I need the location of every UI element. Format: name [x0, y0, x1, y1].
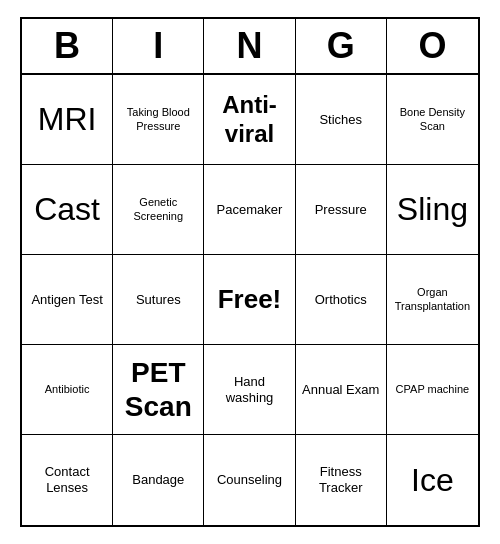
- header-letter: O: [387, 19, 478, 73]
- bingo-cell: Annual Exam: [296, 345, 387, 435]
- bingo-grid: MRITaking Blood PressureAnti-viralStiche…: [22, 75, 478, 525]
- cell-text: Annual Exam: [302, 382, 379, 398]
- bingo-cell: Pacemaker: [204, 165, 295, 255]
- bingo-header: BINGO: [22, 19, 478, 75]
- cell-text: Orthotics: [315, 292, 367, 308]
- header-letter: N: [204, 19, 295, 73]
- cell-text: Sling: [397, 190, 468, 228]
- cell-text: Pacemaker: [217, 202, 283, 218]
- bingo-cell: Genetic Screening: [113, 165, 204, 255]
- bingo-cell: Cast: [22, 165, 113, 255]
- cell-text: Counseling: [217, 472, 282, 488]
- cell-text: PET Scan: [119, 356, 197, 423]
- cell-text: Pressure: [315, 202, 367, 218]
- cell-text: Antibiotic: [45, 383, 90, 396]
- cell-text: Stiches: [319, 112, 362, 128]
- bingo-cell: Stiches: [296, 75, 387, 165]
- header-letter: G: [296, 19, 387, 73]
- cell-text: Hand washing: [210, 374, 288, 405]
- bingo-cell: Pressure: [296, 165, 387, 255]
- cell-text: Organ Transplantation: [393, 286, 472, 312]
- bingo-cell: MRI: [22, 75, 113, 165]
- bingo-cell: PET Scan: [113, 345, 204, 435]
- bingo-cell: Fitness Tracker: [296, 435, 387, 525]
- bingo-cell: Anti-viral: [204, 75, 295, 165]
- bingo-cell: Taking Blood Pressure: [113, 75, 204, 165]
- bingo-cell: Bone Density Scan: [387, 75, 478, 165]
- bingo-cell: Sling: [387, 165, 478, 255]
- cell-text: Bandage: [132, 472, 184, 488]
- cell-text: Ice: [411, 461, 454, 499]
- bingo-cell: Ice: [387, 435, 478, 525]
- bingo-cell: Hand washing: [204, 345, 295, 435]
- bingo-cell: Sutures: [113, 255, 204, 345]
- cell-text: Contact Lenses: [28, 464, 106, 495]
- cell-text: CPAP machine: [396, 383, 470, 396]
- bingo-cell: Antibiotic: [22, 345, 113, 435]
- bingo-cell: Bandage: [113, 435, 204, 525]
- bingo-cell: Organ Transplantation: [387, 255, 478, 345]
- header-letter: B: [22, 19, 113, 73]
- cell-text: Free!: [218, 284, 282, 315]
- bingo-cell: Antigen Test: [22, 255, 113, 345]
- cell-text: Anti-viral: [210, 91, 288, 149]
- cell-text: Genetic Screening: [119, 196, 197, 222]
- cell-text: Taking Blood Pressure: [119, 106, 197, 132]
- cell-text: Bone Density Scan: [393, 106, 472, 132]
- bingo-cell: Orthotics: [296, 255, 387, 345]
- bingo-cell: Counseling: [204, 435, 295, 525]
- cell-text: Cast: [34, 190, 100, 228]
- cell-text: Sutures: [136, 292, 181, 308]
- bingo-card: BINGO MRITaking Blood PressureAnti-viral…: [20, 17, 480, 527]
- bingo-cell: CPAP machine: [387, 345, 478, 435]
- bingo-cell: Free!: [204, 255, 295, 345]
- bingo-cell: Contact Lenses: [22, 435, 113, 525]
- cell-text: Antigen Test: [31, 292, 102, 308]
- header-letter: I: [113, 19, 204, 73]
- cell-text: Fitness Tracker: [302, 464, 380, 495]
- cell-text: MRI: [38, 100, 97, 138]
